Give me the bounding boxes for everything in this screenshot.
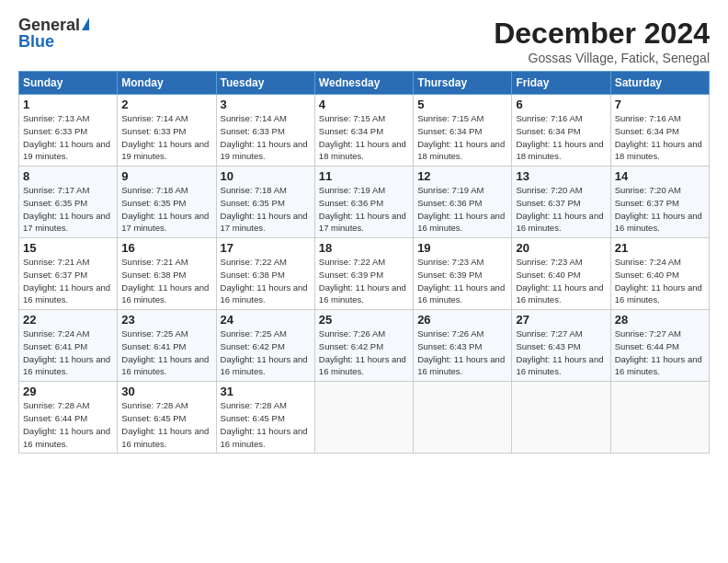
day-number: 5 xyxy=(417,98,507,111)
sunrise-label: Sunrise: 7:23 AM xyxy=(417,257,483,267)
table-row: 20 Sunrise: 7:23 AM Sunset: 6:40 PM Dayl… xyxy=(512,238,610,310)
logo-triangle-icon xyxy=(82,17,89,30)
day-info: Sunrise: 7:21 AM Sunset: 6:37 PM Dayligh… xyxy=(23,256,113,306)
sunset-label: Sunset: 6:41 PM xyxy=(23,341,87,351)
month-title: December 2024 xyxy=(494,17,710,51)
page-container: General Blue December 2024 Gossas Villag… xyxy=(0,0,728,463)
sunrise-label: Sunrise: 7:16 AM xyxy=(516,113,582,123)
sunrise-label: Sunrise: 7:14 AM xyxy=(221,113,287,123)
sunrise-label: Sunrise: 7:25 AM xyxy=(121,328,188,339)
calendar-week-row: 1 Sunrise: 7:13 AM Sunset: 6:33 PM Dayli… xyxy=(19,95,710,167)
sunrise-label: Sunrise: 7:17 AM xyxy=(23,185,89,195)
daylight-label: Daylight: 11 hours and 18 minutes. xyxy=(615,139,702,162)
day-info: Sunrise: 7:26 AM Sunset: 6:43 PM Dayligh… xyxy=(417,327,507,378)
calendar-table: Sunday Monday Tuesday Wednesday Thursday… xyxy=(18,71,710,454)
daylight-label: Daylight: 11 hours and 16 minutes. xyxy=(516,354,603,377)
table-row: 16 Sunrise: 7:21 AM Sunset: 6:38 PM Dayl… xyxy=(118,238,216,310)
sunset-label: Sunset: 6:33 PM xyxy=(121,126,186,136)
table-row xyxy=(314,382,413,454)
day-number: 4 xyxy=(319,98,409,111)
sunrise-label: Sunrise: 7:23 AM xyxy=(516,257,582,267)
table-row: 13 Sunrise: 7:20 AM Sunset: 6:37 PM Dayl… xyxy=(512,167,610,238)
sunrise-label: Sunrise: 7:19 AM xyxy=(417,185,483,195)
calendar-week-row: 8 Sunrise: 7:17 AM Sunset: 6:35 PM Dayli… xyxy=(19,167,710,238)
daylight-label: Daylight: 11 hours and 16 minutes. xyxy=(417,354,505,377)
daylight-label: Daylight: 11 hours and 17 minutes. xyxy=(23,211,110,234)
day-number: 24 xyxy=(221,313,311,327)
sunrise-label: Sunrise: 7:22 AM xyxy=(319,257,385,267)
day-info: Sunrise: 7:14 AM Sunset: 6:33 PM Dayligh… xyxy=(121,112,211,163)
sunrise-label: Sunrise: 7:24 AM xyxy=(615,257,681,267)
sunset-label: Sunset: 6:45 PM xyxy=(221,413,285,423)
day-number: 14 xyxy=(615,169,705,183)
day-info: Sunrise: 7:22 AM Sunset: 6:38 PM Dayligh… xyxy=(221,256,311,306)
day-number: 13 xyxy=(516,169,606,183)
table-row xyxy=(414,382,512,454)
day-number: 22 xyxy=(23,313,113,327)
sunset-label: Sunset: 6:36 PM xyxy=(417,198,482,208)
sunset-label: Sunset: 6:34 PM xyxy=(615,126,679,136)
day-info: Sunrise: 7:25 AM Sunset: 6:42 PM Dayligh… xyxy=(221,327,311,378)
table-row: 9 Sunrise: 7:18 AM Sunset: 6:35 PM Dayli… xyxy=(118,167,216,238)
sunset-label: Sunset: 6:41 PM xyxy=(121,341,186,351)
day-number: 12 xyxy=(417,169,507,183)
table-row: 26 Sunrise: 7:26 AM Sunset: 6:43 PM Dayl… xyxy=(414,310,512,382)
day-info: Sunrise: 7:13 AM Sunset: 6:33 PM Dayligh… xyxy=(23,112,113,163)
day-number: 17 xyxy=(221,241,311,255)
day-info: Sunrise: 7:27 AM Sunset: 6:43 PM Dayligh… xyxy=(516,327,606,378)
header: General Blue December 2024 Gossas Villag… xyxy=(18,17,710,65)
header-thursday: Thursday xyxy=(414,72,512,95)
daylight-label: Daylight: 11 hours and 16 minutes. xyxy=(121,282,209,305)
table-row: 1 Sunrise: 7:13 AM Sunset: 6:33 PM Dayli… xyxy=(19,95,118,167)
day-info: Sunrise: 7:27 AM Sunset: 6:44 PM Dayligh… xyxy=(615,327,705,378)
table-row: 28 Sunrise: 7:27 AM Sunset: 6:44 PM Dayl… xyxy=(610,310,709,382)
day-info: Sunrise: 7:17 AM Sunset: 6:35 PM Dayligh… xyxy=(23,184,113,235)
logo: General Blue xyxy=(18,17,89,50)
day-number: 28 xyxy=(615,313,705,327)
sunset-label: Sunset: 6:38 PM xyxy=(121,270,186,280)
daylight-label: Daylight: 11 hours and 16 minutes. xyxy=(615,354,702,377)
day-info: Sunrise: 7:24 AM Sunset: 6:41 PM Dayligh… xyxy=(23,327,113,378)
sunrise-label: Sunrise: 7:13 AM xyxy=(23,113,89,123)
day-info: Sunrise: 7:23 AM Sunset: 6:39 PM Dayligh… xyxy=(417,256,507,306)
daylight-label: Daylight: 11 hours and 16 minutes. xyxy=(516,282,603,305)
sunset-label: Sunset: 6:34 PM xyxy=(319,126,383,136)
daylight-label: Daylight: 11 hours and 16 minutes. xyxy=(23,282,110,305)
weekday-header-row: Sunday Monday Tuesday Wednesday Thursday… xyxy=(19,72,710,95)
day-info: Sunrise: 7:15 AM Sunset: 6:34 PM Dayligh… xyxy=(417,112,507,163)
logo-blue-text: Blue xyxy=(18,33,89,50)
daylight-label: Daylight: 11 hours and 17 minutes. xyxy=(221,211,308,234)
calendar-week-row: 22 Sunrise: 7:24 AM Sunset: 6:41 PM Dayl… xyxy=(19,310,710,382)
sunset-label: Sunset: 6:34 PM xyxy=(516,126,580,136)
sunset-label: Sunset: 6:36 PM xyxy=(319,198,383,208)
calendar-week-row: 15 Sunrise: 7:21 AM Sunset: 6:37 PM Dayl… xyxy=(19,238,710,310)
table-row: 25 Sunrise: 7:26 AM Sunset: 6:42 PM Dayl… xyxy=(314,310,413,382)
daylight-label: Daylight: 11 hours and 18 minutes. xyxy=(417,139,505,162)
day-info: Sunrise: 7:14 AM Sunset: 6:33 PM Dayligh… xyxy=(221,112,311,163)
sunset-label: Sunset: 6:35 PM xyxy=(23,198,87,208)
day-number: 8 xyxy=(23,169,113,183)
location-title: Gossas Village, Fatick, Senegal xyxy=(494,51,710,65)
table-row: 2 Sunrise: 7:14 AM Sunset: 6:33 PM Dayli… xyxy=(118,95,216,167)
day-info: Sunrise: 7:28 AM Sunset: 6:45 PM Dayligh… xyxy=(121,399,211,450)
sunrise-label: Sunrise: 7:14 AM xyxy=(121,113,188,123)
sunset-label: Sunset: 6:35 PM xyxy=(121,198,186,208)
day-info: Sunrise: 7:25 AM Sunset: 6:41 PM Dayligh… xyxy=(121,327,211,378)
sunset-label: Sunset: 6:33 PM xyxy=(221,126,285,136)
daylight-label: Daylight: 11 hours and 16 minutes. xyxy=(221,426,308,449)
daylight-label: Daylight: 11 hours and 16 minutes. xyxy=(615,282,702,305)
sunset-label: Sunset: 6:39 PM xyxy=(417,270,482,280)
sunset-label: Sunset: 6:35 PM xyxy=(221,198,285,208)
day-info: Sunrise: 7:21 AM Sunset: 6:38 PM Dayligh… xyxy=(121,256,211,306)
table-row: 15 Sunrise: 7:21 AM Sunset: 6:37 PM Dayl… xyxy=(19,238,118,310)
sunrise-label: Sunrise: 7:22 AM xyxy=(221,257,287,267)
sunrise-label: Sunrise: 7:24 AM xyxy=(23,328,89,339)
sunset-label: Sunset: 6:44 PM xyxy=(615,341,679,351)
day-number: 15 xyxy=(23,241,113,255)
day-number: 10 xyxy=(221,169,311,183)
table-row: 8 Sunrise: 7:17 AM Sunset: 6:35 PM Dayli… xyxy=(19,167,118,238)
day-number: 18 xyxy=(319,241,409,255)
sunrise-label: Sunrise: 7:21 AM xyxy=(121,257,188,267)
sunset-label: Sunset: 6:37 PM xyxy=(516,198,580,208)
day-info: Sunrise: 7:16 AM Sunset: 6:34 PM Dayligh… xyxy=(516,112,606,163)
